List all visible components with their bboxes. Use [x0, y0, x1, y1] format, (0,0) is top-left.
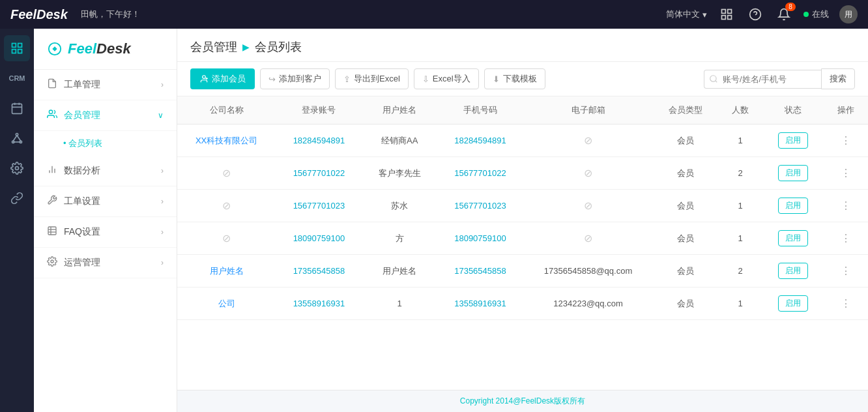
cell-company: 公司 — [177, 287, 276, 320]
cell-account: 17356545858 — [276, 255, 362, 287]
nav-member-chevron: ∨ — [158, 111, 164, 120]
main-layout: CRM FeelDesk 工单管理 — [0, 29, 868, 412]
sidebar-icon-home[interactable] — [4, 35, 30, 61]
more-actions-icon[interactable]: ⋮ — [841, 135, 851, 146]
enable-button[interactable]: 启用 — [778, 295, 808, 312]
cell-account: 15677701022 — [276, 157, 362, 190]
cell-action: ⋮ — [823, 255, 868, 287]
chevron-down-icon: ▾ — [702, 10, 707, 20]
nav-item-data[interactable]: 数据分析 › — [34, 156, 177, 186]
cell-action: ⋮ — [823, 222, 868, 255]
more-actions-icon[interactable]: ⋮ — [841, 298, 851, 309]
cell-status: 启用 — [762, 255, 823, 287]
cell-type: 会员 — [653, 222, 718, 255]
enable-button[interactable]: 启用 — [778, 230, 808, 246]
footer: Copyright 2014@FeelDesk版权所有 — [177, 390, 868, 412]
sidebar-icon-settings[interactable] — [4, 155, 30, 181]
cell-count: 1 — [718, 190, 763, 222]
nav-operation-label: 运营管理 — [64, 257, 100, 269]
col-type: 会员类型 — [653, 96, 718, 125]
faq-icon — [47, 226, 57, 239]
svg-rect-6 — [12, 44, 16, 48]
lang-selector[interactable]: 简体中文 ▾ — [666, 8, 707, 20]
more-actions-icon[interactable]: ⋮ — [841, 265, 851, 276]
import-icon: ⇩ — [422, 74, 429, 84]
svg-point-14 — [16, 134, 18, 136]
enable-button[interactable]: 启用 — [778, 165, 808, 181]
nav-item-ticket[interactable]: 工单管理 › — [34, 70, 177, 100]
sidebar-icon-calendar[interactable] — [4, 95, 30, 121]
nav-item-faq[interactable]: FAQ设置 › — [34, 217, 177, 248]
search-input[interactable] — [704, 70, 821, 89]
notification-icon[interactable]: 8 — [775, 5, 793, 23]
content-area: 会员管理 ▶ 会员列表 添加会员 ↪ 添加到客户 ⇪ 导出到Excel ⇩ Ex… — [177, 29, 868, 412]
cell-company: ⊘ — [177, 190, 276, 222]
member-icon — [47, 109, 57, 122]
nav-item-operation[interactable]: 运营管理 › — [34, 248, 177, 278]
cell-action: ⋮ — [823, 287, 868, 320]
more-actions-icon[interactable]: ⋮ — [841, 233, 851, 244]
table-row: ⊘ 15677701022 客户李先生 15677701022 ⊘ 会员 2 启… — [177, 157, 868, 190]
svg-rect-26 — [48, 227, 56, 235]
cell-phone: 18284594891 — [437, 125, 523, 157]
nav-faq-label: FAQ设置 — [64, 226, 100, 238]
cell-username: 客户李先生 — [362, 157, 437, 190]
svg-rect-0 — [722, 10, 726, 14]
table-header-row: 公司名称 登录账号 用户姓名 手机号码 电子邮箱 会员类型 人数 状态 操作 — [177, 96, 868, 125]
cell-username: 经销商AA — [362, 125, 437, 157]
cell-company: XX科技有限公司 — [177, 125, 276, 157]
sidebar-icon-crm[interactable]: CRM — [4, 65, 30, 91]
col-action: 操作 — [823, 96, 868, 125]
sidebar-icon-link[interactable] — [4, 185, 30, 211]
cell-username: 方 — [362, 222, 437, 255]
download-template-button[interactable]: ⬇ 下载模板 — [484, 68, 545, 89]
cell-count: 2 — [718, 157, 763, 190]
more-actions-icon[interactable]: ⋮ — [841, 200, 851, 211]
nav-data-chevron: › — [161, 166, 164, 175]
enable-button[interactable]: 启用 — [778, 263, 808, 279]
nav-item-member[interactable]: 会员管理 ∨ — [34, 100, 177, 131]
svg-line-17 — [13, 136, 17, 141]
import-excel-button[interactable]: ⇩ Excel导入 — [414, 68, 479, 89]
cell-company: ⊘ — [177, 157, 276, 190]
export-excel-button[interactable]: ⇪ 导出到Excel — [335, 68, 409, 89]
add-to-customer-button[interactable]: ↪ 添加到客户 — [260, 68, 330, 89]
enable-button[interactable]: 启用 — [778, 132, 808, 149]
cell-email: ⊘ — [523, 157, 653, 190]
enable-button[interactable]: 启用 — [778, 198, 808, 214]
cell-account: 18284594891 — [276, 125, 362, 157]
svg-rect-1 — [728, 10, 732, 14]
nav-sub-member-list[interactable]: 会员列表 — [34, 131, 177, 156]
sidebar-icon-network[interactable] — [4, 125, 30, 151]
cell-username: 1 — [362, 287, 437, 320]
table-row: ⊘ 15677701023 苏水 15677701023 ⊘ 会员 1 启用 ⋮ — [177, 190, 868, 222]
help-icon[interactable] — [746, 5, 764, 23]
copyright-text: Copyright 2014@FeelDesk版权所有 — [460, 396, 585, 405]
table-container: 公司名称 登录账号 用户姓名 手机号码 电子邮箱 会员类型 人数 状态 操作 X… — [177, 96, 868, 390]
cell-status: 启用 — [762, 222, 823, 255]
cell-email: 17356545858@qq.com — [523, 255, 653, 287]
more-actions-icon[interactable]: ⋮ — [841, 168, 851, 179]
nav-ticket-chevron: › — [161, 80, 164, 89]
logo-icon — [47, 41, 63, 57]
cell-account: 13558916931 — [276, 287, 362, 320]
svg-point-31 — [203, 76, 206, 79]
col-status: 状态 — [762, 96, 823, 125]
top-nav: FeelDesk 田帆，下午好！ 简体中文 ▾ 8 在线 用 — [0, 0, 868, 29]
svg-point-34 — [710, 76, 716, 81]
svg-rect-7 — [18, 44, 22, 48]
cell-type: 会员 — [653, 287, 718, 320]
cell-phone: 18090759100 — [437, 222, 523, 255]
transfer-icon[interactable] — [717, 5, 736, 23]
add-member-button[interactable]: 添加会员 — [190, 68, 255, 89]
svg-rect-10 — [12, 104, 22, 113]
search-button[interactable]: 搜索 — [821, 68, 855, 89]
cell-count: 1 — [718, 125, 763, 157]
avatar[interactable]: 用 — [839, 5, 858, 23]
member-table: 公司名称 登录账号 用户姓名 手机号码 电子邮箱 会员类型 人数 状态 操作 X… — [177, 96, 868, 320]
table-row: XX科技有限公司 18284594891 经销商AA 18284594891 ⊘… — [177, 125, 868, 157]
cell-account: 15677701023 — [276, 190, 362, 222]
cell-status: 启用 — [762, 190, 823, 222]
nav-item-ticket-settings[interactable]: 工单设置 › — [34, 186, 177, 217]
notification-badge: 8 — [785, 3, 796, 11]
